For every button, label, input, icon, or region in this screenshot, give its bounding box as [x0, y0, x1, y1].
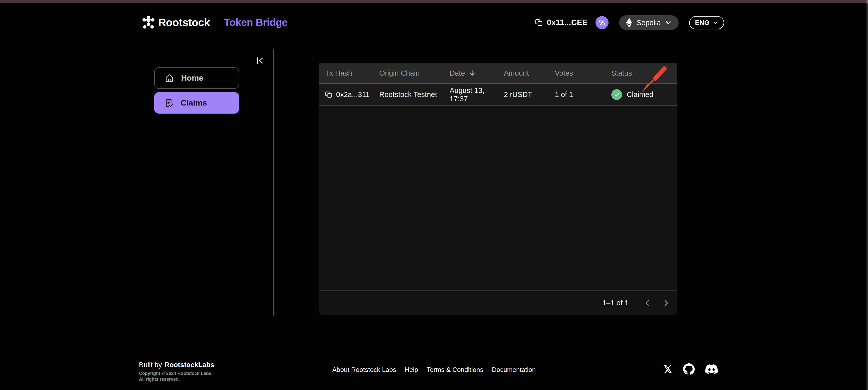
column-header-date[interactable]: Date	[450, 69, 504, 78]
copyright-text: Copyright © 2024 Rootstock Labs. All rig…	[139, 371, 214, 382]
footer-link-terms[interactable]: Terms & Conditions	[427, 366, 483, 374]
copy-tx-hash-button[interactable]	[325, 91, 332, 98]
pagination-next-button[interactable]	[660, 297, 672, 309]
scrollbar-thumb[interactable]	[867, 0, 868, 3]
column-header-tx-hash: Tx Hash	[319, 69, 379, 78]
sort-desc-arrow-icon	[468, 69, 476, 77]
network-label: Sepolia	[637, 19, 661, 27]
ethereum-icon	[626, 18, 632, 27]
window-top-strip	[0, 0, 868, 3]
sidebar-divider	[273, 49, 274, 316]
footer-credits: Built byRootstockLabs Copyright © 2024 R…	[139, 361, 214, 382]
table-empty-area	[319, 106, 677, 291]
language-label: ENG	[695, 19, 710, 27]
collapse-sidebar-icon	[256, 56, 264, 65]
tx-hash-value: 0x2a...311	[336, 90, 369, 99]
pagination-prev-button[interactable]	[642, 297, 653, 309]
table-row[interactable]: 0x2a...311 Rootstock Testnet August 13, …	[319, 84, 677, 106]
network-selector[interactable]: Sepolia	[619, 15, 679, 30]
app-logo[interactable]: Rootstock Token Bridge	[142, 14, 287, 31]
footer-link-help[interactable]: Help	[405, 366, 418, 374]
copy-icon	[535, 19, 543, 27]
table-pagination: 1–1 of 1	[319, 291, 677, 315]
token-bridge-app: Rootstock Token Bridge 0x11...CEE	[0, 0, 868, 390]
column-header-origin-chain: Origin Chain	[379, 69, 450, 78]
chevron-down-icon	[713, 20, 718, 25]
status-success-badge	[611, 89, 622, 100]
footer-link-about[interactable]: About Rootstock Labs	[332, 366, 396, 374]
check-icon	[613, 91, 620, 98]
sidebar-collapse-button[interactable]	[254, 55, 266, 66]
sidebar-item-label: Home	[181, 73, 204, 83]
sidebar-item-label: Claims	[181, 98, 207, 108]
wallet-address: 0x11...CEE	[547, 18, 588, 27]
column-header-amount: Amount	[504, 69, 555, 78]
date-cell: August 13, 17:37	[450, 86, 504, 103]
table-header-row: Tx Hash Origin Chain Date Amount Votes S…	[319, 63, 677, 84]
header-actions: 0x11...CEE Sepolia ENG	[535, 15, 724, 30]
status-label: Claimed	[627, 90, 653, 99]
copy-icon	[325, 91, 332, 98]
amount-cell: 2 rUSDT	[504, 90, 555, 99]
page-scrollbar[interactable]	[867, 0, 868, 390]
disconnect-wallet-button[interactable]	[595, 16, 609, 29]
copy-address-button[interactable]	[535, 19, 543, 27]
pagination-range-label: 1–1 of 1	[602, 299, 629, 307]
votes-cell: 1 of 1	[555, 90, 611, 99]
tx-hash-cell: 0x2a...311	[319, 90, 379, 99]
product-name: Token Bridge	[224, 17, 287, 28]
language-selector[interactable]: ENG	[689, 16, 724, 29]
footer-socials	[663, 361, 718, 378]
github-icon	[683, 363, 695, 375]
sidebar-item-claims[interactable]: Claims	[154, 92, 239, 114]
claims-doc-check-icon	[164, 98, 174, 108]
chevron-right-icon	[662, 299, 670, 307]
origin-chain-cell: Rootstock Testnet	[379, 90, 450, 99]
logo-divider	[217, 17, 217, 28]
status-cell: Claimed	[611, 89, 677, 100]
footer-links: About Rootstock Labs Help Terms & Condit…	[332, 366, 536, 374]
home-icon	[165, 73, 174, 83]
sidebar-item-home[interactable]: Home	[154, 67, 239, 89]
footer-link-documentation[interactable]: Documentation	[492, 366, 536, 374]
x-icon	[663, 364, 673, 374]
discord-icon	[705, 363, 718, 376]
chevron-down-icon	[665, 19, 672, 26]
rootstock-logo-icon	[142, 16, 155, 29]
column-header-votes: Votes	[555, 69, 611, 78]
claims-table: Tx Hash Origin Chain Date Amount Votes S…	[319, 63, 677, 315]
discord-social-button[interactable]	[705, 363, 718, 376]
github-social-button[interactable]	[683, 363, 695, 375]
chevron-left-icon	[643, 299, 652, 307]
column-header-status: Status	[611, 69, 677, 78]
link-off-icon	[598, 19, 606, 26]
x-social-button[interactable]	[663, 364, 673, 374]
brand-name: Rootstock	[158, 16, 210, 29]
built-by: Built byRootstockLabs	[139, 361, 214, 369]
